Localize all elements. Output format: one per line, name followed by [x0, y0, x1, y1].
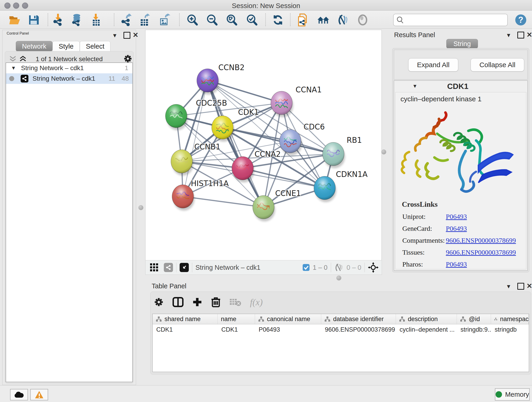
tab-select[interactable]: Select [80, 41, 111, 51]
legacy-home-icon[interactable] [317, 14, 329, 26]
import-table-from-file-icon[interactable] [90, 14, 102, 26]
control-panel-close-icon[interactable]: ✕ [133, 31, 138, 39]
edge-count: 48 [122, 75, 129, 82]
table-cell[interactable]: stringdb:9... [457, 326, 491, 333]
hidden-elements-eye-icon[interactable] [334, 263, 344, 272]
selected-checkbox-icon[interactable] [302, 264, 310, 271]
expand-all-icon[interactable] [19, 56, 27, 62]
network-edge[interactable] [183, 196, 264, 207]
tab-network[interactable]: Network [16, 41, 52, 51]
refresh-icon[interactable] [272, 14, 284, 26]
table-options-gear-icon[interactable] [154, 297, 164, 307]
node-label: CDC6 [304, 122, 325, 131]
search-field[interactable] [393, 14, 508, 26]
left-splitter-handle[interactable] [138, 205, 143, 210]
birds-eye-view-icon[interactable] [180, 263, 189, 272]
table-cell[interactable]: CDK1 [152, 326, 218, 333]
zoom-in-icon[interactable] [186, 14, 198, 26]
table-panel-menu-icon[interactable]: ▼ [506, 283, 511, 290]
delete-column-icon[interactable] [211, 297, 221, 307]
table-row[interactable]: CDK1CDK1P064939606.ENSP00000378699cyclin… [152, 324, 529, 335]
network-node[interactable]: CCNE1 [253, 189, 301, 221]
control-panel-title: Control Panel [7, 32, 29, 36]
export-image-icon[interactable] [158, 14, 171, 26]
crosslink-link[interactable]: P06493 [446, 213, 467, 220]
network-collection-row[interactable]: ▼ String Network – cdk1 1 [6, 63, 133, 73]
view-share-icon[interactable] [164, 263, 173, 272]
column-header-database-identifier[interactable]: database identifier [321, 314, 396, 324]
column-header-canonical-name[interactable]: canonical name [255, 314, 321, 324]
view-grid-icon[interactable] [150, 263, 159, 272]
zoom-selected-icon[interactable] [246, 14, 258, 26]
column-header-name[interactable]: name [218, 314, 255, 324]
tab-string[interactable]: String [446, 39, 478, 49]
export-table-icon[interactable] [139, 14, 151, 26]
gene-section-content: cyclin–dependent kinase 1 [395, 92, 526, 269]
table-panel-body: f(x) shared namenamecanonical namedataba… [150, 292, 531, 375]
table-cell[interactable]: P06493 [255, 326, 321, 333]
zoom-out-icon[interactable] [206, 14, 218, 26]
search-icon [394, 16, 406, 24]
import-network-from-file-icon[interactable] [52, 14, 64, 26]
export-network-icon[interactable] [120, 14, 133, 26]
crosslink-link[interactable]: 9606.ENSP00000378699 [446, 236, 516, 244]
column-header-shared-name[interactable]: shared name [152, 314, 218, 324]
open-string-web-icon[interactable] [297, 14, 309, 26]
search-input[interactable] [406, 16, 507, 24]
fit-content-crosshair-icon[interactable] [368, 262, 379, 273]
warning-status-button[interactable] [30, 389, 48, 400]
network-options-gear-icon[interactable] [123, 54, 133, 63]
node-label: CCNB2 [218, 63, 244, 72]
gene-section-header[interactable]: ▼ CDK1 [394, 81, 527, 92]
network-node[interactable]: HIST1H1A [172, 179, 229, 211]
table-cell[interactable]: cyclin–dependent ... [396, 326, 457, 333]
table-cell[interactable]: stringdb [491, 326, 529, 333]
expand-all-button[interactable]: Expand All [408, 58, 458, 71]
tree-expander-icon[interactable]: ▼ [11, 65, 16, 71]
network-column-icon [494, 316, 497, 322]
control-panel-float-icon[interactable] [123, 32, 130, 39]
table-panel-float-icon[interactable] [517, 283, 524, 290]
help-icon[interactable]: ? [515, 14, 527, 26]
zoom-fit-icon[interactable] [225, 14, 238, 26]
crosslink-link[interactable]: P06493 [446, 260, 467, 268]
node-label: CCNA2 [254, 150, 281, 159]
hide-panels-eye-icon[interactable] [337, 14, 349, 26]
crosslink-link[interactable]: P06493 [446, 225, 467, 232]
cloud-status-button[interactable] [10, 389, 28, 400]
add-column-icon[interactable] [192, 297, 202, 307]
section-expander-icon[interactable]: ▼ [412, 83, 418, 89]
column-header-description[interactable]: description [396, 314, 457, 324]
horizontal-splitter-handle[interactable] [336, 275, 341, 281]
crosslink-link[interactable]: 9606.ENSP00000378699 [446, 249, 516, 256]
network-node[interactable]: RB1 [323, 136, 362, 168]
right-splitter-handle[interactable] [381, 149, 386, 154]
open-session-icon[interactable] [9, 14, 21, 26]
collapse-all-button[interactable]: Collapse All [471, 58, 524, 71]
network-view-title: String Network – cdk1 [196, 264, 260, 271]
results-panel-float-icon[interactable] [517, 32, 524, 38]
network-row-selected[interactable]: String Network – cdk1 11 48 [6, 73, 133, 84]
tab-style[interactable]: Style [52, 41, 80, 51]
network-canvas[interactable]: CCNB2CCNA1CDC25BCDK1CDC6RB1CCNB1CCNA2CDK… [146, 30, 381, 260]
column-header-namespac[interactable]: namespac [491, 314, 529, 324]
node-count: 11 [109, 75, 115, 82]
save-session-icon[interactable] [27, 14, 40, 26]
toolbar-separator [114, 13, 114, 26]
toolbar-separator [179, 13, 180, 26]
table-panel-close-icon[interactable]: ✕ [526, 282, 532, 290]
results-panel-menu-icon[interactable]: ▼ [506, 32, 511, 38]
table-cell[interactable]: CDK1 [218, 326, 255, 333]
table-cell[interactable]: 9606.ENSP00000378699 [321, 326, 396, 333]
column-header--id[interactable]: @id [457, 314, 491, 324]
results-panel-close-icon[interactable]: ✕ [526, 31, 532, 39]
network-tree: ▼ String Network – cdk1 1 String Network… [6, 63, 133, 382]
memory-button[interactable]: Memory [495, 388, 530, 401]
import-network-from-database-icon[interactable] [70, 14, 83, 26]
show-eye-icon[interactable] [356, 14, 369, 26]
show-columns-icon[interactable] [172, 297, 184, 307]
network-node[interactable]: CDKN1A [314, 170, 368, 202]
control-panel-menu-icon[interactable]: ▼ [112, 32, 118, 39]
network-node[interactable]: CCNA1 [271, 85, 322, 117]
collapse-all-icon[interactable] [9, 56, 17, 62]
